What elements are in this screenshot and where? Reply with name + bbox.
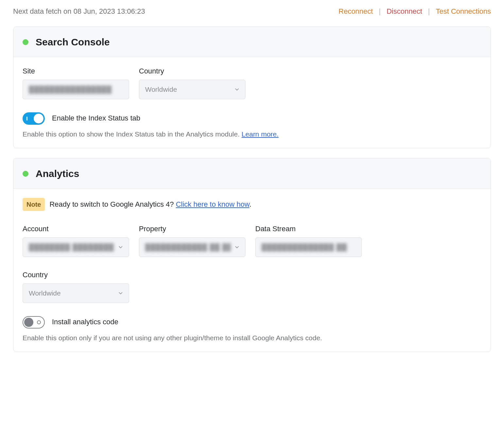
country-select-value: Worldwide: [145, 85, 177, 94]
site-select-value: ████████████████: [29, 85, 112, 94]
account-select-value: ████████ ████████: [29, 242, 114, 252]
top-bar: Next data fetch on 08 Jun, 2023 13:06:23…: [13, 7, 491, 17]
install-code-toggle-row: Install analytics code: [23, 316, 481, 329]
note-text: Ready to switch to Google Analytics 4? C…: [49, 200, 251, 210]
property-field: Property ████████████ ██ ███: [139, 224, 245, 257]
analytics-country-field: Country Worldwide: [23, 270, 129, 303]
chevron-down-icon: [234, 87, 240, 92]
chevron-down-icon: [118, 244, 124, 250]
search-console-body: Site ████████████████ Country Worldwide: [13, 57, 491, 148]
country-label: Country: [139, 66, 245, 76]
datastream-field: Data Stream ██████████████ ████: [255, 224, 362, 257]
index-status-help: Enable this option to show the Index Sta…: [23, 129, 481, 139]
search-console-header: Search Console: [13, 27, 491, 57]
property-select-value: ████████████ ██ ███: [145, 242, 231, 252]
analytics-country-select[interactable]: Worldwide: [23, 283, 129, 303]
index-status-toggle[interactable]: [23, 112, 45, 125]
analytics-body: Note Ready to switch to Google Analytics…: [13, 189, 491, 352]
search-console-title: Search Console: [36, 35, 110, 49]
reconnect-link[interactable]: Reconnect: [339, 7, 373, 17]
account-label: Account: [23, 224, 129, 234]
analytics-country-value: Worldwide: [29, 288, 61, 298]
separator: |: [428, 7, 430, 17]
datastream-select-value: ██████████████ ████: [261, 242, 347, 252]
status-dot-icon: [23, 39, 28, 45]
property-label: Property: [139, 224, 245, 234]
datastream-select[interactable]: ██████████████ ████: [255, 237, 362, 257]
account-field: Account ████████ ████████: [23, 224, 129, 257]
analytics-header: Analytics: [13, 158, 491, 189]
test-connections-link[interactable]: Test Connections: [436, 7, 491, 17]
analytics-panel: Analytics Note Ready to switch to Google…: [13, 158, 491, 352]
account-select[interactable]: ████████ ████████: [23, 237, 129, 257]
country-select[interactable]: Worldwide: [139, 80, 245, 99]
next-fetch-text: Next data fetch on 08 Jun, 2023 13:06:23: [13, 7, 145, 17]
disconnect-link[interactable]: Disconnect: [387, 7, 422, 17]
site-label: Site: [23, 66, 129, 76]
index-status-toggle-label: Enable the Index Status tab: [52, 113, 140, 123]
learn-more-link[interactable]: Learn more.: [242, 130, 278, 138]
install-code-toggle-label: Install analytics code: [52, 317, 118, 327]
connection-links: Reconnect | Disconnect | Test Connection…: [339, 7, 491, 17]
chevron-down-icon: [234, 244, 240, 250]
install-code-toggle[interactable]: [23, 316, 45, 329]
ga4-how-link[interactable]: Click here to know how: [176, 200, 249, 208]
property-select[interactable]: ████████████ ██ ███: [139, 237, 245, 257]
analytics-country-label: Country: [23, 270, 129, 280]
separator: |: [379, 7, 381, 17]
install-code-help: Enable this option only if you are not u…: [23, 333, 481, 343]
ga4-note-row: Note Ready to switch to Google Analytics…: [23, 198, 481, 211]
search-console-panel: Search Console Site ████████████████ Cou…: [13, 26, 491, 148]
country-field: Country Worldwide: [139, 66, 245, 99]
analytics-title: Analytics: [36, 167, 79, 181]
note-badge: Note: [23, 198, 45, 211]
status-dot-icon: [23, 171, 28, 177]
site-field: Site ████████████████: [23, 66, 129, 99]
index-status-toggle-row: Enable the Index Status tab: [23, 112, 481, 125]
site-select[interactable]: ████████████████: [23, 80, 129, 99]
datastream-label: Data Stream: [255, 224, 362, 234]
chevron-down-icon: [118, 290, 124, 296]
